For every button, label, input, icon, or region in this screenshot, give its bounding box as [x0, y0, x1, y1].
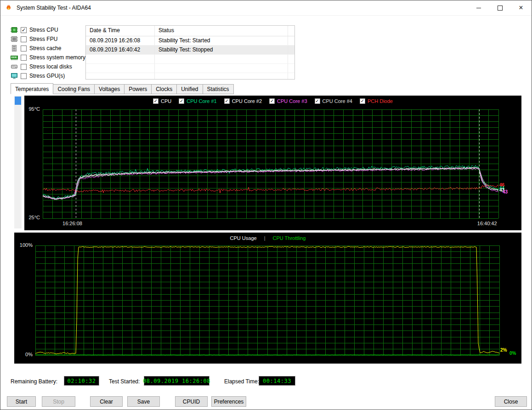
- chart-scrollbar-thumb[interactable]: [15, 97, 21, 105]
- legend-checkbox-cpu[interactable]: [153, 98, 158, 104]
- legend-label: PCH Diode: [368, 98, 393, 104]
- legend-item-cpu-throttling[interactable]: CPU Throttling: [273, 235, 306, 241]
- event-log-header: Date & TimeStatus: [86, 26, 294, 36]
- legend-checkbox-cpu-core-2[interactable]: [224, 98, 230, 104]
- legend-item-cpu-core-3[interactable]: CPU Core #3: [269, 98, 307, 104]
- close-window-button[interactable]: ×: [510, 0, 532, 15]
- legend-label: CPU Core #1: [187, 98, 216, 104]
- tab-voltages[interactable]: Voltages: [95, 84, 125, 94]
- stress-option-stress-gpu-s-checkbox[interactable]: [21, 73, 27, 79]
- log-row[interactable]: [86, 55, 294, 64]
- log-cell-extra: [288, 36, 294, 45]
- cpu-usage-current-value: 0%: [509, 351, 516, 356]
- start-button[interactable]: Start: [7, 396, 36, 407]
- maximize-icon: [498, 6, 503, 11]
- legend-item-cpu-core-1[interactable]: CPU Core #1: [179, 98, 216, 104]
- cpu-usage-current-value: 2%: [500, 347, 507, 353]
- log-column-header-date-time[interactable]: Date & Time: [86, 26, 155, 36]
- cpu-usage-chart-legend: CPU Usage|CPU Throttling: [14, 233, 521, 244]
- stress-option-stress-cpu-checkbox[interactable]: [21, 27, 27, 33]
- log-cell-datetime: [86, 55, 155, 63]
- close-button[interactable]: Close: [495, 396, 527, 407]
- elapsed-time-label: Elapsed Time:: [224, 378, 259, 385]
- cpu-usage-plot-area: 100%0%2%0%: [14, 244, 521, 364]
- stress-option-stress-local-disks-checkbox[interactable]: [21, 64, 27, 70]
- stress-options-list: Stress CPUStress FPUStress cacheStress s…: [11, 25, 90, 80]
- log-row[interactable]: 08.09.2019 16:26:08Stability Test: Start…: [86, 36, 294, 46]
- legend-label: CPU Core #3: [277, 98, 307, 104]
- cpu-usage-plot-svg: [14, 244, 521, 364]
- legend-label: CPU Core #4: [323, 98, 352, 104]
- minimize-icon: [476, 8, 481, 8]
- legend-checkbox-cpu-core-4[interactable]: [315, 98, 320, 104]
- stress-option-stress-system-memory: Stress system memory: [11, 53, 90, 62]
- minimize-button[interactable]: [468, 0, 489, 15]
- tab-cooling-fans[interactable]: Cooling Fans: [53, 84, 95, 94]
- clear-button[interactable]: Clear: [90, 396, 123, 407]
- save-button[interactable]: Save: [127, 396, 160, 407]
- stress-option-label: Stress system memory: [29, 54, 85, 61]
- stress-option-stress-system-memory-checkbox[interactable]: [21, 55, 27, 61]
- log-row[interactable]: 08.09.2019 16:40:42Stability Test: Stopp…: [86, 46, 294, 55]
- stress-option-stress-fpu: Stress FPU: [11, 34, 90, 44]
- legend-item-cpu-usage[interactable]: CPU Usage: [230, 235, 257, 241]
- test-started-value: 08.09.2019 16:26:08: [144, 376, 209, 386]
- legend-item-pch-diode[interactable]: PCH Diode: [360, 98, 393, 104]
- maximize-button[interactable]: [489, 0, 510, 15]
- tab-temperatures[interactable]: Temperatures: [11, 83, 53, 94]
- tab-clocks[interactable]: Clocks: [152, 84, 177, 94]
- app-window: System Stability Test - AIDA64 × Stress …: [0, 0, 532, 410]
- cpu-usage-y-max-label: 100%: [14, 242, 33, 248]
- log-cell-status: [155, 73, 288, 80]
- event-log-table: Date & TimeStatus 08.09.2019 16:26:08Sta…: [85, 25, 295, 80]
- temperature-chart-legend: CPUCPU Core #1CPU Core #2CPU Core #3CPU …: [24, 96, 521, 107]
- stop-button[interactable]: Stop: [42, 396, 75, 407]
- cache-icon: [11, 45, 18, 51]
- stress-option-stress-cache-checkbox[interactable]: [21, 46, 27, 51]
- log-cell-status: Stability Test: Stopped: [155, 46, 288, 54]
- log-row[interactable]: [86, 73, 294, 80]
- cpuid-button[interactable]: CPUID: [175, 396, 208, 407]
- elapsed-time-value: 00:14:33: [259, 376, 295, 386]
- disk-icon: [11, 63, 18, 70]
- legend-checkbox-cpu-core-1[interactable]: [179, 98, 184, 104]
- log-cell-status: [155, 64, 288, 73]
- preferences-button[interactable]: Preferences: [211, 396, 246, 407]
- stress-option-stress-cache: Stress cache: [11, 44, 90, 53]
- memory-icon: [11, 54, 18, 61]
- window-title: System Stability Test - AIDA64: [17, 5, 91, 11]
- legend-item-cpu-core-2[interactable]: CPU Core #2: [224, 98, 262, 104]
- tab-unified[interactable]: Unified: [177, 84, 203, 94]
- legend-item-cpu[interactable]: CPU: [153, 98, 171, 104]
- cpu-usage-chart: CPU Usage|CPU Throttling 100%0%2%0%: [14, 233, 521, 364]
- log-row[interactable]: [86, 64, 294, 73]
- chart-scrollbar[interactable]: [14, 96, 22, 228]
- gpu-icon: [11, 73, 18, 79]
- log-cell-extra: [288, 73, 294, 80]
- temperatures-y-max-label: 95°C: [24, 106, 40, 112]
- temperatures-x-label-1: 16:40:42: [477, 221, 497, 226]
- tab-powers[interactable]: Powers: [125, 84, 152, 94]
- log-column-header-extra[interactable]: [288, 26, 294, 36]
- legend-separator: |: [264, 235, 266, 241]
- stress-option-stress-cpu: Stress CPU: [11, 25, 90, 34]
- stress-option-stress-fpu-checkbox[interactable]: [21, 36, 27, 42]
- temperatures-plot-svg: [24, 107, 521, 230]
- temperature-chart: CPUCPU Core #1CPU Core #2CPU Core #3CPU …: [24, 96, 521, 230]
- legend-checkbox-pch-diode[interactable]: [360, 98, 365, 104]
- fpu-icon: [11, 36, 18, 42]
- stress-option-stress-gpu-s: Stress GPU(s): [11, 71, 90, 80]
- cpu-usage-y-min-label: 0%: [14, 352, 33, 357]
- legend-checkbox-cpu-core-3[interactable]: [269, 98, 275, 104]
- log-cell-datetime: 08.09.2019 16:26:08: [86, 36, 155, 45]
- series-cpu-throttling-line: [35, 355, 499, 355]
- temperatures-current-value: 43: [503, 189, 508, 194]
- legend-label: CPU Throttling: [273, 235, 306, 241]
- log-cell-extra: [288, 46, 294, 54]
- stress-option-label: Stress CPU: [29, 27, 58, 33]
- log-column-header-status[interactable]: Status: [155, 26, 288, 36]
- event-log-body: 08.09.2019 16:26:08Stability Test: Start…: [86, 36, 294, 80]
- tab-statistics[interactable]: Statistics: [203, 84, 234, 94]
- close-icon: ×: [519, 4, 523, 11]
- legend-item-cpu-core-4[interactable]: CPU Core #4: [315, 98, 352, 104]
